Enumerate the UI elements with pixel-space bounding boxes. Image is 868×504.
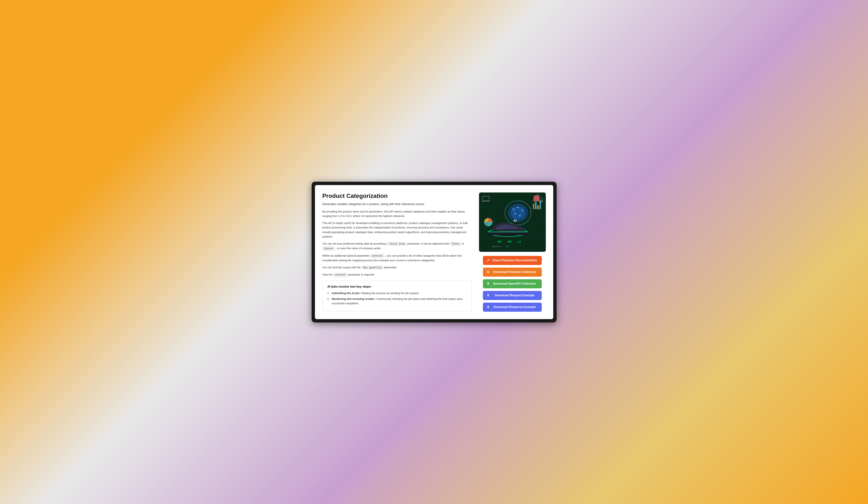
desc6-suffix: parameter is required. — [348, 273, 375, 276]
desc3-mid2: or — [462, 242, 464, 245]
outer-frame: Product Categorization Generates suitabl… — [312, 182, 557, 323]
desc5-prefix: You can limit the output with the — [322, 266, 362, 269]
subtitle: Generates suitable categories for a prod… — [322, 202, 472, 206]
svg-rect-23 — [487, 231, 528, 232]
ai-jobs-box: AI jobs involve two key steps: 1. Submit… — [322, 281, 472, 312]
svg-rect-35 — [482, 201, 490, 201]
download-request-icon: ⬇ — [487, 294, 489, 297]
list-num-2: 2. — [327, 297, 331, 306]
svg-text:9.9: 9.9 — [498, 240, 501, 243]
download-response-label: Download Response Example — [491, 305, 538, 309]
download-response-icon: ⬇ — [487, 305, 489, 309]
description-1: By providing the product name and its pa… — [322, 209, 472, 219]
download-postman-label: Download Postman Collection — [491, 270, 538, 274]
code-context: context — [370, 254, 384, 258]
desc3-suffix: , or even the name of a famous writer. — [335, 247, 381, 250]
desc3-mid: parameter. It can be adjectives like — [407, 242, 450, 245]
desc3-prefix: You can set your preferred writing style… — [322, 242, 388, 245]
description-2: This API is highly useful for developers… — [322, 221, 472, 239]
download-openapi-icon: ⬇ — [487, 282, 489, 286]
list-item: 2. Monitoring and receiving results: Con… — [327, 297, 467, 306]
svg-text:Electronics: Electronics — [492, 245, 501, 248]
description-5: You can limit the output with the max_qu… — [322, 265, 472, 270]
code-joyous: joyous — [322, 246, 335, 250]
svg-rect-26 — [535, 202, 537, 209]
description-3: You can set your preferred writing style… — [322, 241, 472, 251]
svg-text:AI: AI — [513, 219, 517, 222]
svg-point-37 — [541, 201, 542, 202]
check-postman-documentation-button[interactable]: ↗ Check Postman Documentation — [483, 256, 542, 265]
code-voice-tone: voice_tone — [388, 242, 406, 246]
list-num-1: 1. — [327, 291, 331, 296]
download-response-example-button[interactable]: ⬇ Download Response Example — [483, 303, 542, 312]
download-postman-collection-button[interactable]: ⬇ Download Postman Collection — [483, 267, 542, 277]
page-title: Product Categorization — [322, 192, 472, 199]
code-content: content — [333, 273, 347, 277]
desc6-prefix: Only the — [322, 273, 333, 276]
product-image: 9.9 8.5 8.5 Electronics 9.9 — [479, 192, 546, 252]
download-request-example-button[interactable]: ⬇ Download Request Example — [483, 291, 542, 300]
list-item: 1. Submitting the AI job: Initiating the… — [327, 291, 467, 296]
right-column: 9.9 8.5 8.5 Electronics 9.9 — [479, 192, 546, 312]
svg-rect-27 — [537, 206, 539, 209]
svg-rect-25 — [533, 203, 534, 209]
external-link-icon: ↗ — [487, 259, 489, 262]
svg-point-9 — [510, 206, 525, 220]
download-openapi-collection-button[interactable]: ⬇ Download OpenAPI Collection — [483, 279, 542, 288]
list-item-1-text: Submitting the AI job: Initiating the pr… — [332, 291, 420, 296]
list-item-2-bold: Monitoring and receiving results: — [332, 297, 375, 301]
code-max-quantity: max_quantity — [362, 266, 383, 270]
ai-jobs-list: 1. Submitting the AI job: Initiating the… — [327, 291, 467, 306]
download-request-label: Download Request Example — [491, 294, 538, 297]
list-item-1-bold: Submitting the AI job: — [332, 292, 360, 295]
list-item-2-text: Monitoring and receiving results: Contin… — [332, 297, 467, 306]
code-funny: funny — [450, 242, 461, 246]
svg-text:8.5: 8.5 — [508, 240, 512, 243]
svg-point-36 — [540, 201, 541, 202]
buttons-container: ↗ Check Postman Documentation ⬇ Download… — [479, 256, 546, 312]
desc5-suffix: parameter. — [384, 266, 397, 269]
download-openapi-label: Download OpenAPI Collection — [491, 282, 538, 285]
list-item-1-rest: Initiating the process by sending the jo… — [361, 292, 420, 295]
left-column: Product Categorization Generates suitabl… — [322, 192, 472, 312]
ai-jobs-title: AI jobs involve two key steps: — [327, 285, 467, 288]
inner-card: Product Categorization Generates suitabl… — [315, 185, 553, 319]
description-6: Only the content parameter is required. — [322, 272, 472, 277]
download-postman-icon: ⬇ — [487, 270, 489, 274]
desc4-prefix: Within an additional optional parameter — [322, 254, 370, 257]
svg-text:8.5: 8.5 — [518, 241, 521, 243]
description-4: Within an additional optional parameter … — [322, 253, 472, 263]
check-postman-label: Check Postman Documentation — [491, 259, 538, 262]
svg-text:9.9: 9.9 — [506, 245, 508, 248]
